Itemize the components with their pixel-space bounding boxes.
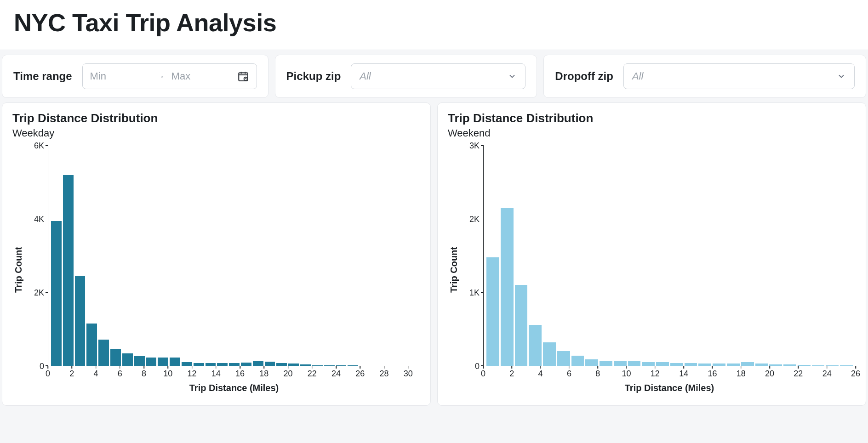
bar[interactable] xyxy=(276,363,287,366)
x-tick-mark xyxy=(540,366,541,369)
bar[interactable] xyxy=(727,363,740,366)
bar[interactable] xyxy=(348,365,358,366)
plot[interactable]: 01K2K3K xyxy=(460,146,856,366)
y-tick-label: 0 xyxy=(40,362,44,371)
bar[interactable] xyxy=(312,365,323,366)
pickup-zip-value: All xyxy=(360,70,371,82)
bar[interactable] xyxy=(685,363,697,366)
bar[interactable] xyxy=(206,363,216,366)
bar[interactable] xyxy=(229,363,240,366)
x-tick-label: 16 xyxy=(235,369,245,379)
bar[interactable] xyxy=(812,365,825,366)
pickup-zip-select[interactable]: All xyxy=(351,63,525,89)
arrow-right-icon: → xyxy=(156,71,165,82)
bar[interactable] xyxy=(98,340,109,366)
x-tick-label: 30 xyxy=(404,369,413,379)
bar[interactable] xyxy=(670,363,683,366)
x-tick-mark xyxy=(120,366,120,369)
x-tick-label: 20 xyxy=(284,369,293,379)
bar[interactable] xyxy=(146,358,157,366)
bar[interactable] xyxy=(501,208,514,366)
bar[interactable] xyxy=(63,175,74,366)
y-ticks: 01K2K3K xyxy=(460,146,483,366)
x-tick-label: 10 xyxy=(163,369,172,379)
bar[interactable] xyxy=(585,359,598,366)
x-tick-label: 12 xyxy=(188,369,197,379)
x-tick-mark xyxy=(168,366,169,369)
bar[interactable] xyxy=(642,362,655,366)
x-tick-label: 2 xyxy=(69,369,74,379)
x-tick-mark xyxy=(655,366,656,369)
y-tick-label: 2K xyxy=(34,288,44,298)
y-tick-label: 4K xyxy=(34,215,44,224)
bar[interactable] xyxy=(543,342,556,366)
bar[interactable] xyxy=(158,358,168,366)
bar[interactable] xyxy=(300,364,311,366)
chart-subtitle: Weekend xyxy=(448,127,856,139)
bar[interactable] xyxy=(840,365,853,366)
bar[interactable] xyxy=(324,365,335,366)
x-tick-mark xyxy=(741,366,742,369)
chart-area: Trip Count 02K4K6K 024681012141618202224… xyxy=(12,146,420,393)
x-tick-label: 10 xyxy=(622,369,631,379)
plot[interactable]: 02K4K6K xyxy=(25,146,420,366)
x-tick-label: 28 xyxy=(380,369,389,379)
bar[interactable] xyxy=(826,365,839,366)
x-tick-mark xyxy=(569,366,570,369)
bar[interactable] xyxy=(769,364,782,366)
bar[interactable] xyxy=(783,364,796,366)
bar[interactable] xyxy=(182,362,192,366)
bar[interactable] xyxy=(51,221,62,366)
x-tick-label: 6 xyxy=(118,369,122,379)
x-tick-label: 12 xyxy=(651,369,660,379)
x-tick-mark xyxy=(769,366,770,369)
y-tick-mark xyxy=(46,219,48,220)
bar[interactable] xyxy=(571,356,584,366)
x-tick-mark xyxy=(408,366,409,369)
x-tick-mark xyxy=(96,366,97,369)
bar[interactable] xyxy=(600,361,612,366)
bar[interactable] xyxy=(557,351,570,366)
bar[interactable] xyxy=(253,361,263,366)
x-tick-label: 20 xyxy=(765,369,774,379)
bar[interactable] xyxy=(241,363,251,366)
bar[interactable] xyxy=(336,365,347,366)
bar[interactable] xyxy=(194,363,204,366)
bar[interactable] xyxy=(529,325,542,366)
bar[interactable] xyxy=(110,349,121,366)
bar[interactable] xyxy=(614,361,627,366)
bar[interactable] xyxy=(628,361,641,366)
x-tick-mark xyxy=(336,366,337,369)
x-tick-label: 26 xyxy=(851,369,860,379)
filters-row: Time range Min → Max Pickup zip All xyxy=(0,50,868,102)
x-tick-label: 14 xyxy=(211,369,221,379)
bar[interactable] xyxy=(515,285,528,366)
bar[interactable] xyxy=(288,363,299,366)
bar[interactable] xyxy=(122,353,133,366)
x-ticks: 02468101214161820222426 xyxy=(483,366,856,382)
x-tick-label: 2 xyxy=(509,369,514,379)
x-tick-mark xyxy=(626,366,627,369)
bar[interactable] xyxy=(755,363,768,366)
bar[interactable] xyxy=(486,257,499,366)
bar[interactable] xyxy=(265,362,275,366)
time-range-input[interactable]: Min → Max xyxy=(82,63,257,89)
y-tick-label: 2K xyxy=(469,215,480,224)
time-range-min: Min xyxy=(90,70,149,82)
filter-dropoff-zip-label: Dropoff zip xyxy=(555,70,613,83)
bars xyxy=(484,146,856,366)
y-tick-mark xyxy=(481,292,484,293)
bar[interactable] xyxy=(798,365,811,366)
bar[interactable] xyxy=(86,324,97,366)
bar[interactable] xyxy=(713,363,725,366)
x-tick-mark xyxy=(855,366,856,369)
bar[interactable] xyxy=(656,362,669,366)
bar[interactable] xyxy=(741,362,754,366)
bar[interactable] xyxy=(217,363,228,366)
x-tick-label: 0 xyxy=(481,369,485,379)
bar[interactable] xyxy=(698,363,711,366)
bar[interactable] xyxy=(134,356,145,366)
bar[interactable] xyxy=(75,276,86,366)
bar[interactable] xyxy=(170,358,180,366)
dropoff-zip-select[interactable]: All xyxy=(623,63,855,89)
